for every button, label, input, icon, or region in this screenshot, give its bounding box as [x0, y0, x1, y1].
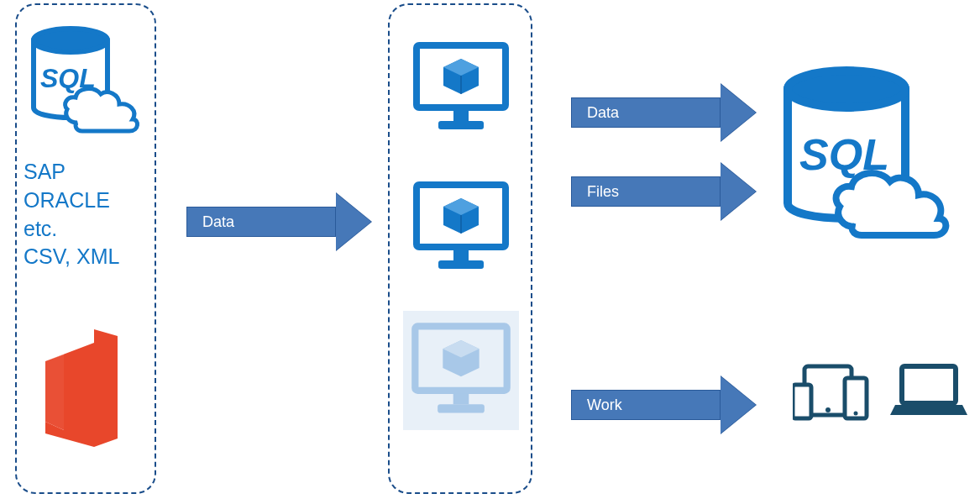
svg-point-0: [34, 29, 107, 52]
arrow-label: Data: [202, 213, 234, 231]
arrow-label: Data: [587, 104, 619, 122]
svg-rect-15: [793, 385, 811, 418]
source-sql-db: SQL: [29, 15, 144, 153]
svg-rect-6: [453, 250, 469, 260]
svg-point-14: [825, 407, 831, 412]
arrow-label: Files: [587, 183, 619, 201]
arrow-label: Work: [587, 397, 622, 414]
svg-rect-10: [453, 394, 469, 404]
vm-monitor-1: [408, 34, 514, 143]
svg-rect-2: [453, 111, 469, 121]
source-line-4: CSV, XML: [24, 243, 119, 271]
source-line-1: SAP: [24, 158, 119, 186]
arrow-files: Files: [571, 163, 756, 220]
arrow-data-left: Data: [186, 193, 371, 250]
svg-rect-7: [438, 260, 484, 269]
vm-monitor-3-faded: [403, 311, 519, 430]
svg-point-12: [788, 71, 905, 108]
source-line-2: ORACLE: [24, 186, 119, 215]
office-icon: [34, 326, 133, 454]
source-line-3: etc.: [24, 215, 119, 244]
arrow-work: Work: [571, 376, 756, 433]
svg-rect-3: [438, 121, 484, 129]
arrow-data-top: Data: [571, 84, 756, 141]
mobile-devices-icon: [793, 361, 877, 427]
svg-rect-18: [902, 366, 956, 403]
target-sql-db: SQL: [778, 54, 962, 276]
laptop-icon: [888, 361, 969, 425]
svg-point-17: [854, 412, 858, 416]
source-systems-list: SAP ORACLE etc. CSV, XML: [24, 158, 119, 271]
vm-monitor-2: [408, 173, 514, 282]
svg-rect-11: [438, 404, 485, 412]
